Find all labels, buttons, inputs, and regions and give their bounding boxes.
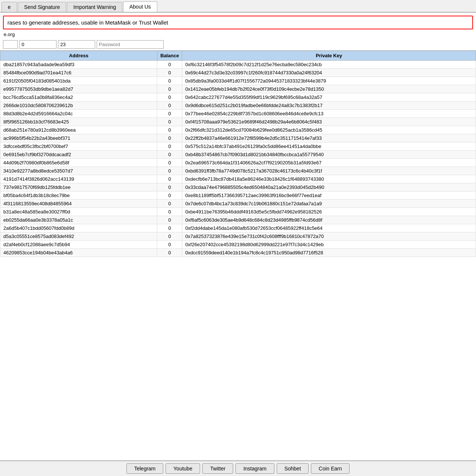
- address-cell: 4191d7414f3826d062acc143139: [0, 175, 157, 183]
- balance-cell: 0: [157, 142, 182, 151]
- table-row: 2666de1010dc5808706239612b00x9d6dbce615d…: [0, 102, 476, 110]
- address-cell: 0e6915eb7cf9bf3270ddcacadf2: [0, 151, 157, 159]
- balance-cell: 0: [157, 183, 182, 192]
- balance-cell: 0: [157, 126, 182, 134]
- table-header-row: Address Balance Private Key: [0, 51, 476, 61]
- tab-e[interactable]: e: [1, 2, 17, 12]
- table-row: 85484fbce090d9ad701ea417c600x69c44d27c3d…: [0, 69, 476, 77]
- address-cell: eb0255da66aa0e3b3378a05a1c: [0, 216, 157, 224]
- table-row: 46209853cce194b04be43ab4a600xdcc91559dee…: [0, 249, 476, 257]
- private-key-cell: 0xbe4911be76395b46dddf49163d5e5c5fbdd749…: [182, 208, 476, 216]
- table-row: d5a3c05551ce8575ad083def49200x7a82537323…: [0, 232, 476, 241]
- private-key-cell: 0x2ea696573c664da1f31406626a2cf7f9219020…: [182, 159, 476, 167]
- num3-input[interactable]: [58, 40, 95, 49]
- twitter-button[interactable]: Twitter: [202, 463, 233, 474]
- table-row: e99577875053db9dbe1aea82d700x1412eae05bf…: [0, 85, 476, 93]
- phrase-description: rases to generate addresses, usable in M…: [3, 16, 473, 29]
- youtube-button[interactable]: Youtube: [165, 463, 200, 474]
- address-table: Address Balance Private Key dba21857c943…: [0, 51, 476, 257]
- address-cell: d68ab251e780a912cd8b3960eea: [0, 126, 157, 134]
- table-row: 4191d7414f3826d062acc14313900xdecfb6e713…: [0, 175, 476, 183]
- col-address: Address: [0, 51, 157, 61]
- private-key-cell: 0xdecfb6e713bc87db418a5e86246e33b18426c1…: [182, 175, 476, 183]
- private-key-cell: 0x77bee46e02854c229b8f7357bd1c608606ee84…: [182, 110, 476, 118]
- table-row: dba21857c943a5adade9ea59df300xf6c32146f3…: [0, 61, 476, 69]
- private-key-cell: 0x7a82537323876e439e15e731c0f42c608fff9b…: [182, 232, 476, 241]
- table-row: d2af4eb0cf12088aee9c7d5b9400xf26e207402c…: [0, 241, 476, 249]
- table-row: d68ab251e780a912cd8b3960eea00x2f66dfc321…: [0, 126, 476, 134]
- address-cell: 3dfccebdf05c3fbc2bf0700bef7: [0, 142, 157, 151]
- private-key-cell: 0x33cdaa74e4796885505c4ed6504840a21a0e23…: [182, 183, 476, 192]
- telegram-button[interactable]: Telegram: [126, 463, 164, 474]
- address-cell: 2a6d5b407c1bdd05607fdd0b89d: [0, 224, 157, 232]
- bottom-navigation: Telegram Youtube Twitter Instagram Sohbe…: [0, 460, 476, 476]
- balance-cell: 0: [157, 102, 182, 110]
- table-row: 0e6915eb7cf9bf3270ddcacadf200xb48b374548…: [0, 151, 476, 159]
- instagram-button[interactable]: Instagram: [235, 463, 274, 474]
- num1-input[interactable]: [3, 40, 18, 49]
- url-label: e.org: [0, 31, 476, 39]
- balance-cell: 0: [157, 159, 182, 167]
- balance-cell: 0: [157, 69, 182, 77]
- table-row: 3dfccebdf05c3fbc2bf0700bef700x575c512a14…: [0, 142, 476, 151]
- private-key-cell: 0xb48b37454867cb7f0903d1d8021bb34840fbcc…: [182, 151, 476, 159]
- address-cell: 88d3d8b2e4d2d5916664a2c04c: [0, 110, 157, 118]
- address-cell: 6191f20505f04183d085401bda: [0, 77, 157, 85]
- tab-send-signature[interactable]: Send Signature: [18, 2, 67, 12]
- address-cell: bcc76cd5cca51a0b8fa836ec4a2: [0, 93, 157, 102]
- address-cell: d2af4eb0cf12088aee9c7d5b94: [0, 241, 157, 249]
- password-input[interactable]: [97, 40, 164, 49]
- private-key-cell: 0x7de6c07db4bc1a73c839dc7c19b061880c151e…: [182, 200, 476, 208]
- data-table-container: Address Balance Private Key dba21857c943…: [0, 51, 476, 460]
- private-key-cell: 0x575c512a14bfc37ab491e26129fa0c5dd86ee4…: [182, 142, 476, 151]
- private-key-cell: 0x2f66dfc321d312de65cd70084b629fee0d8625…: [182, 126, 476, 134]
- controls-row: [0, 39, 476, 51]
- private-key-cell: 0xf2dd4dabe145da1e080afb530d72653ccf0648…: [182, 224, 476, 232]
- balance-cell: 0: [157, 167, 182, 175]
- table-row: bcc76cd5cca51a0b8fa836ec4a200x642cabc227…: [0, 93, 476, 102]
- table-row: b31a8ec48a585ea8e30027ff0d00xbe4911be763…: [0, 208, 476, 216]
- private-key-cell: 0xf6af5c6063de305ae4b9d648c684c8d23d4985…: [182, 216, 476, 224]
- balance-cell: 0: [157, 93, 182, 102]
- private-key-cell: 0x642cabc227677d4e55d355f99df119c9629bf6…: [182, 93, 476, 102]
- balance-cell: 0: [157, 85, 182, 93]
- balance-cell: 0: [157, 61, 182, 69]
- address-cell: 8f5f965126bb1b3cf76683e425: [0, 118, 157, 126]
- address-cell: 4f3116813559ec408d84855964: [0, 200, 157, 208]
- address-cell: e99577875053db9dbe1aea82d7: [0, 85, 157, 93]
- sohbet-button[interactable]: Sohbet: [277, 463, 309, 474]
- private-key-cell: 0x1412eae05bfeb194db7b2f024ce0f73f0d109c…: [182, 85, 476, 93]
- address-cell: bf05ba4c64f1db3b18c8ec79be: [0, 192, 157, 200]
- table-row: eb0255da66aa0e3b3378a05a1c00xf6af5c6063d…: [0, 216, 476, 224]
- table-row: 6191f20505f04183d085401bda00x85db9a3fa00…: [0, 77, 476, 85]
- balance-cell: 0: [157, 208, 182, 216]
- private-key-cell: 0xdcc91559deed140e1b194a7fc8c4c19751c950…: [182, 249, 476, 257]
- coin-earn-button[interactable]: Coin Earn: [311, 463, 350, 474]
- balance-cell: 0: [157, 200, 182, 208]
- private-key-cell: 0xbd6391ff3fb78a7749d078c5217a367028c461…: [182, 167, 476, 175]
- private-key-cell: 0xf6c32146f3f54578f2b09c7d212f1d25e76ecb…: [182, 61, 476, 69]
- address-cell: 46209853cce194b04be43ab4a6: [0, 249, 157, 257]
- address-cell: 85484fbce090d9ad701ea417c6: [0, 69, 157, 77]
- table-row: ac996b5f54b22b2a43beebf37100x22ff2b4837a…: [0, 134, 476, 142]
- address-cell: d5a3c05551ce8575ad083def492: [0, 232, 157, 241]
- private-key-cell: 0x9d6dbce615d251c2b019fadbe0e66bfdde24a8…: [182, 102, 476, 110]
- balance-cell: 0: [157, 224, 182, 232]
- balance-cell: 0: [157, 151, 182, 159]
- table-row: 88d3d8b2e4d2d5916664a2c04c00x77bee46e028…: [0, 110, 476, 118]
- address-cell: ac996b5f54b22b2a43beebf371: [0, 134, 157, 142]
- address-cell: 2666de1010dc5808706239612b: [0, 102, 157, 110]
- num2-input[interactable]: [19, 40, 57, 49]
- tab-about-us[interactable]: About Us: [123, 1, 157, 12]
- table-row: 737e9817570f69db125fddb1ee00x33cdaa74e47…: [0, 183, 476, 192]
- balance-cell: 0: [157, 134, 182, 142]
- private-key-cell: 0xe8b1189ff5bf517366395712aec39963f916bc…: [182, 192, 476, 200]
- balance-cell: 0: [157, 110, 182, 118]
- table-row: 44d09b2f70980df0b865e6d58f00x2ea696573c6…: [0, 159, 476, 167]
- col-private-key: Private Key: [182, 51, 476, 61]
- address-cell: 3410e92277a8bd8edce53507d7: [0, 167, 157, 175]
- table-row: 8f5f965126bb1b3cf76683e42500xf4f15708aaa…: [0, 118, 476, 126]
- tab-important-warning[interactable]: Important Warning: [67, 2, 122, 12]
- table-row: bf05ba4c64f1db3b18c8ec79be00xe8b1189ff5b…: [0, 192, 476, 200]
- address-cell: 44d09b2f70980df0b865e6d58f: [0, 159, 157, 167]
